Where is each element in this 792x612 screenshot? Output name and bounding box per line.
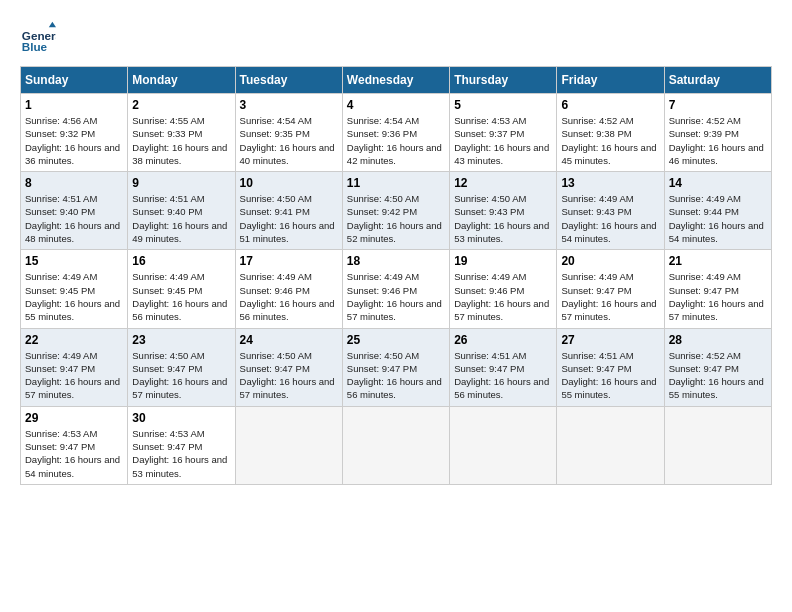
- calendar-cell: 12Sunrise: 4:50 AMSunset: 9:43 PMDayligh…: [450, 172, 557, 250]
- calendar-cell: 21Sunrise: 4:49 AMSunset: 9:47 PMDayligh…: [664, 250, 771, 328]
- calendar-cell: 5Sunrise: 4:53 AMSunset: 9:37 PMDaylight…: [450, 94, 557, 172]
- day-number: 30: [132, 411, 230, 425]
- calendar-week-1: 1Sunrise: 4:56 AMSunset: 9:32 PMDaylight…: [21, 94, 772, 172]
- day-info: Sunrise: 4:50 AMSunset: 9:41 PMDaylight:…: [240, 192, 338, 245]
- calendar-cell: 26Sunrise: 4:51 AMSunset: 9:47 PMDayligh…: [450, 328, 557, 406]
- day-info: Sunrise: 4:49 AMSunset: 9:46 PMDaylight:…: [347, 270, 445, 323]
- calendar-cell: 8Sunrise: 4:51 AMSunset: 9:40 PMDaylight…: [21, 172, 128, 250]
- calendar-cell: 20Sunrise: 4:49 AMSunset: 9:47 PMDayligh…: [557, 250, 664, 328]
- calendar-week-2: 8Sunrise: 4:51 AMSunset: 9:40 PMDaylight…: [21, 172, 772, 250]
- calendar-cell: 22Sunrise: 4:49 AMSunset: 9:47 PMDayligh…: [21, 328, 128, 406]
- day-info: Sunrise: 4:50 AMSunset: 9:42 PMDaylight:…: [347, 192, 445, 245]
- col-header-tuesday: Tuesday: [235, 67, 342, 94]
- calendar-cell: 6Sunrise: 4:52 AMSunset: 9:38 PMDaylight…: [557, 94, 664, 172]
- day-info: Sunrise: 4:49 AMSunset: 9:44 PMDaylight:…: [669, 192, 767, 245]
- day-number: 10: [240, 176, 338, 190]
- calendar-cell: 27Sunrise: 4:51 AMSunset: 9:47 PMDayligh…: [557, 328, 664, 406]
- calendar-cell: [557, 406, 664, 484]
- calendar-cell: 9Sunrise: 4:51 AMSunset: 9:40 PMDaylight…: [128, 172, 235, 250]
- col-header-thursday: Thursday: [450, 67, 557, 94]
- day-number: 25: [347, 333, 445, 347]
- day-number: 16: [132, 254, 230, 268]
- day-info: Sunrise: 4:51 AMSunset: 9:40 PMDaylight:…: [25, 192, 123, 245]
- svg-marker-2: [49, 22, 56, 27]
- calendar-cell: 30Sunrise: 4:53 AMSunset: 9:47 PMDayligh…: [128, 406, 235, 484]
- calendar-cell: 11Sunrise: 4:50 AMSunset: 9:42 PMDayligh…: [342, 172, 449, 250]
- svg-text:Blue: Blue: [22, 40, 48, 53]
- calendar-cell: 16Sunrise: 4:49 AMSunset: 9:45 PMDayligh…: [128, 250, 235, 328]
- day-number: 28: [669, 333, 767, 347]
- day-number: 19: [454, 254, 552, 268]
- day-info: Sunrise: 4:49 AMSunset: 9:43 PMDaylight:…: [561, 192, 659, 245]
- calendar-cell: 13Sunrise: 4:49 AMSunset: 9:43 PMDayligh…: [557, 172, 664, 250]
- calendar: SundayMondayTuesdayWednesdayThursdayFrid…: [20, 66, 772, 485]
- calendar-cell: 10Sunrise: 4:50 AMSunset: 9:41 PMDayligh…: [235, 172, 342, 250]
- day-number: 23: [132, 333, 230, 347]
- day-number: 12: [454, 176, 552, 190]
- day-info: Sunrise: 4:51 AMSunset: 9:47 PMDaylight:…: [561, 349, 659, 402]
- day-number: 29: [25, 411, 123, 425]
- calendar-cell: 19Sunrise: 4:49 AMSunset: 9:46 PMDayligh…: [450, 250, 557, 328]
- day-number: 22: [25, 333, 123, 347]
- day-info: Sunrise: 4:54 AMSunset: 9:36 PMDaylight:…: [347, 114, 445, 167]
- day-number: 6: [561, 98, 659, 112]
- day-number: 17: [240, 254, 338, 268]
- col-header-wednesday: Wednesday: [342, 67, 449, 94]
- calendar-cell: [450, 406, 557, 484]
- day-info: Sunrise: 4:51 AMSunset: 9:47 PMDaylight:…: [454, 349, 552, 402]
- calendar-header-row: SundayMondayTuesdayWednesdayThursdayFrid…: [21, 67, 772, 94]
- calendar-cell: 17Sunrise: 4:49 AMSunset: 9:46 PMDayligh…: [235, 250, 342, 328]
- day-info: Sunrise: 4:49 AMSunset: 9:47 PMDaylight:…: [561, 270, 659, 323]
- day-info: Sunrise: 4:50 AMSunset: 9:43 PMDaylight:…: [454, 192, 552, 245]
- day-info: Sunrise: 4:53 AMSunset: 9:47 PMDaylight:…: [132, 427, 230, 480]
- day-number: 26: [454, 333, 552, 347]
- day-info: Sunrise: 4:49 AMSunset: 9:47 PMDaylight:…: [25, 349, 123, 402]
- col-header-friday: Friday: [557, 67, 664, 94]
- day-number: 20: [561, 254, 659, 268]
- logo: General Blue: [20, 20, 56, 56]
- calendar-cell: [342, 406, 449, 484]
- calendar-week-5: 29Sunrise: 4:53 AMSunset: 9:47 PMDayligh…: [21, 406, 772, 484]
- calendar-cell: 25Sunrise: 4:50 AMSunset: 9:47 PMDayligh…: [342, 328, 449, 406]
- day-info: Sunrise: 4:49 AMSunset: 9:45 PMDaylight:…: [25, 270, 123, 323]
- calendar-cell: 15Sunrise: 4:49 AMSunset: 9:45 PMDayligh…: [21, 250, 128, 328]
- calendar-cell: 24Sunrise: 4:50 AMSunset: 9:47 PMDayligh…: [235, 328, 342, 406]
- day-number: 4: [347, 98, 445, 112]
- day-number: 2: [132, 98, 230, 112]
- calendar-cell: 1Sunrise: 4:56 AMSunset: 9:32 PMDaylight…: [21, 94, 128, 172]
- calendar-cell: 4Sunrise: 4:54 AMSunset: 9:36 PMDaylight…: [342, 94, 449, 172]
- calendar-cell: [235, 406, 342, 484]
- day-info: Sunrise: 4:49 AMSunset: 9:45 PMDaylight:…: [132, 270, 230, 323]
- col-header-sunday: Sunday: [21, 67, 128, 94]
- day-info: Sunrise: 4:52 AMSunset: 9:39 PMDaylight:…: [669, 114, 767, 167]
- day-info: Sunrise: 4:54 AMSunset: 9:35 PMDaylight:…: [240, 114, 338, 167]
- calendar-cell: 2Sunrise: 4:55 AMSunset: 9:33 PMDaylight…: [128, 94, 235, 172]
- day-number: 27: [561, 333, 659, 347]
- calendar-week-3: 15Sunrise: 4:49 AMSunset: 9:45 PMDayligh…: [21, 250, 772, 328]
- calendar-cell: 18Sunrise: 4:49 AMSunset: 9:46 PMDayligh…: [342, 250, 449, 328]
- day-number: 1: [25, 98, 123, 112]
- day-info: Sunrise: 4:52 AMSunset: 9:38 PMDaylight:…: [561, 114, 659, 167]
- day-info: Sunrise: 4:53 AMSunset: 9:47 PMDaylight:…: [25, 427, 123, 480]
- day-number: 5: [454, 98, 552, 112]
- day-number: 7: [669, 98, 767, 112]
- day-info: Sunrise: 4:55 AMSunset: 9:33 PMDaylight:…: [132, 114, 230, 167]
- day-info: Sunrise: 4:49 AMSunset: 9:47 PMDaylight:…: [669, 270, 767, 323]
- logo-icon: General Blue: [20, 20, 56, 56]
- calendar-week-4: 22Sunrise: 4:49 AMSunset: 9:47 PMDayligh…: [21, 328, 772, 406]
- day-info: Sunrise: 4:53 AMSunset: 9:37 PMDaylight:…: [454, 114, 552, 167]
- day-number: 9: [132, 176, 230, 190]
- calendar-cell: 7Sunrise: 4:52 AMSunset: 9:39 PMDaylight…: [664, 94, 771, 172]
- calendar-cell: [664, 406, 771, 484]
- calendar-cell: 29Sunrise: 4:53 AMSunset: 9:47 PMDayligh…: [21, 406, 128, 484]
- day-number: 11: [347, 176, 445, 190]
- day-number: 14: [669, 176, 767, 190]
- day-number: 24: [240, 333, 338, 347]
- day-info: Sunrise: 4:51 AMSunset: 9:40 PMDaylight:…: [132, 192, 230, 245]
- calendar-cell: 23Sunrise: 4:50 AMSunset: 9:47 PMDayligh…: [128, 328, 235, 406]
- day-info: Sunrise: 4:50 AMSunset: 9:47 PMDaylight:…: [132, 349, 230, 402]
- col-header-monday: Monday: [128, 67, 235, 94]
- day-number: 15: [25, 254, 123, 268]
- calendar-cell: 28Sunrise: 4:52 AMSunset: 9:47 PMDayligh…: [664, 328, 771, 406]
- col-header-saturday: Saturday: [664, 67, 771, 94]
